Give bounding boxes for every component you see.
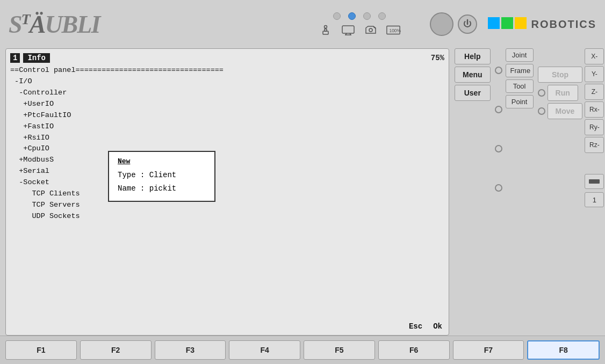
- speed-minus-button[interactable]: [585, 174, 604, 189]
- header: STÄUBLI: [0, 0, 605, 48]
- fkey-f2[interactable]: F2: [80, 340, 152, 360]
- mode-frame-button[interactable]: Frame: [506, 64, 534, 77]
- terminal-title: Info: [23, 53, 50, 63]
- terminal-panel: 1 Info 75% ==Control panel==============…: [5, 48, 449, 336]
- new-dialog-row-name: Name : pickit: [118, 182, 206, 195]
- status-controls: [424, 12, 477, 36]
- run-button[interactable]: Run: [548, 85, 578, 101]
- line-cpuio: +CpuIO: [10, 143, 444, 155]
- move-row: Move: [538, 103, 583, 119]
- line-ptcfaultio: +PtcFaultIO: [10, 110, 444, 121]
- run-row: Run: [538, 85, 583, 101]
- jog-ry-minus[interactable]: Ry-: [585, 119, 604, 135]
- network-icon[interactable]: [318, 24, 333, 36]
- radio-joint-circle[interactable]: [495, 67, 502, 74]
- big-status-circle[interactable]: [430, 12, 453, 36]
- mode-btn-col: Joint Frame Tool Point: [506, 48, 534, 207]
- radio-frame: [495, 101, 502, 118]
- esc-label[interactable]: Esc: [409, 322, 422, 331]
- svg-rect-14: [515, 17, 527, 29]
- svg-rect-15: [589, 179, 600, 184]
- right-panel: Help Menu User: [455, 48, 600, 336]
- line-control-panel: ==Control panel=========================…: [10, 65, 444, 76]
- line-fastio: +FastIO: [10, 121, 444, 133]
- move-button[interactable]: Move: [548, 103, 583, 119]
- new-dialog-row-type: Type : Client: [118, 169, 206, 182]
- terminal-num: 1: [10, 53, 20, 63]
- jog-rx-minus[interactable]: Rx-: [585, 101, 604, 118]
- zoom-icon[interactable]: 100%: [386, 24, 401, 36]
- mode-joint-button[interactable]: Joint: [506, 48, 534, 62]
- svg-rect-12: [488, 17, 500, 29]
- camera-icon[interactable]: [363, 24, 378, 36]
- line-userio: +UserIO: [10, 99, 444, 110]
- jog-x-minus[interactable]: X-: [585, 48, 604, 64]
- num-buttons: 1 2 3: [585, 192, 605, 207]
- hmu-col: Help Menu User: [455, 48, 491, 207]
- radio-run-circle[interactable]: [538, 89, 545, 97]
- logo: STÄUBLI: [9, 10, 99, 39]
- header-icons: 100%: [318, 12, 401, 36]
- radio-tool-circle[interactable]: [495, 145, 502, 152]
- radio-move-circle[interactable]: [538, 107, 545, 115]
- svg-point-3: [325, 26, 327, 28]
- header-dots: [333, 12, 386, 20]
- line-rsiio: +RsiIO: [10, 133, 444, 144]
- terminal-header: 1 Info 75%: [10, 53, 444, 63]
- jog-section: X- X+ Y- Y+ Z- Z+ Rx- Rx+ Ry- Ry+ Rz- Rz…: [585, 48, 605, 207]
- jog-grid: X- X+ Y- Y+ Z- Z+ Rx- Rx+ Ry- Ry+ Rz- Rz…: [585, 48, 605, 171]
- svg-text:100%: 100%: [390, 28, 401, 33]
- terminal-footer: Esc Ok: [409, 322, 442, 331]
- dot-1[interactable]: [333, 12, 341, 20]
- power-button[interactable]: [458, 14, 477, 34]
- line-controller: -Controller: [10, 88, 444, 99]
- speed-buttons: [585, 174, 605, 189]
- num-1-button[interactable]: 1: [585, 192, 604, 207]
- radio-point: [495, 179, 502, 196]
- fkey-f4[interactable]: F4: [229, 340, 300, 360]
- header-buttons-row: 100%: [318, 24, 401, 36]
- radio-joint: [495, 62, 502, 79]
- radio-frame-circle[interactable]: [495, 106, 502, 113]
- fkey-f5[interactable]: F5: [304, 340, 375, 360]
- radio-point-circle[interactable]: [495, 184, 502, 192]
- line-socket: -Socket: [10, 177, 444, 188]
- dot-3[interactable]: [363, 12, 371, 20]
- dot-4[interactable]: [378, 12, 386, 20]
- mode-tool-button[interactable]: Tool: [506, 79, 534, 93]
- function-keys-bar: F1 F2 F3 F4 F5 F6 F7 F8: [0, 336, 605, 364]
- radio-tool: [495, 140, 502, 157]
- mode-section: Joint Frame Tool Point: [495, 48, 534, 207]
- mode-radio-col: [495, 48, 502, 207]
- user-button[interactable]: User: [455, 85, 491, 101]
- fkey-f6[interactable]: F6: [378, 340, 450, 360]
- svg-rect-0: [323, 31, 328, 34]
- line-io: -I/O: [10, 76, 444, 88]
- stop-run-jog: Stop Run Move X- X+ Y-: [538, 48, 605, 207]
- stop-button[interactable]: Stop: [538, 67, 583, 83]
- help-button[interactable]: Help: [455, 48, 491, 64]
- jog-z-minus[interactable]: Z-: [585, 84, 604, 100]
- right-top: Help Menu User: [455, 48, 600, 207]
- terminal-percent: 75%: [431, 54, 444, 62]
- new-dialog: New Type : Client Name : pickit: [108, 151, 215, 202]
- mode-point-button[interactable]: Point: [506, 95, 534, 108]
- screen-icon[interactable]: [341, 24, 356, 36]
- svg-rect-4: [342, 26, 354, 33]
- menu-button[interactable]: Menu: [455, 67, 491, 83]
- ok-label[interactable]: Ok: [433, 322, 442, 331]
- line-tcp-servers: TCP Servers: [10, 200, 444, 211]
- fkey-f8[interactable]: F8: [527, 340, 600, 360]
- new-dialog-title: New: [118, 157, 206, 165]
- brand-section: ROBOTICS: [488, 17, 596, 31]
- dot-2[interactable]: [348, 12, 356, 20]
- jog-rz-minus[interactable]: Rz-: [585, 137, 604, 153]
- line-udp-sockets: UDP Sockets: [10, 211, 444, 222]
- svg-rect-1: [325, 29, 327, 31]
- jog-y-minus[interactable]: Y-: [585, 66, 604, 82]
- srm-col: Stop Run Move: [538, 48, 583, 207]
- fkey-f7[interactable]: F7: [453, 340, 524, 360]
- fkey-f1[interactable]: F1: [5, 340, 77, 360]
- terminal-content: ==Control panel=========================…: [10, 65, 444, 222]
- fkey-f3[interactable]: F3: [155, 340, 226, 360]
